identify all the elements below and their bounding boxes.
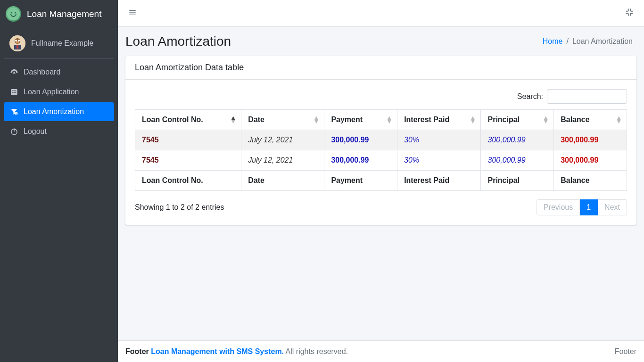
col-principal[interactable]: Principal ▲▼ bbox=[481, 110, 554, 130]
datatable-info: Showing 1 to 2 of 2 entries bbox=[135, 203, 224, 212]
cell-date: July 12, 2021 bbox=[241, 130, 324, 150]
foot-interest: Interest Paid bbox=[397, 171, 481, 191]
table-row: 7545 July 12, 2021 300,000.99 30% 300,00… bbox=[135, 150, 627, 171]
sort-icon: ▲▼ bbox=[386, 116, 392, 123]
breadcrumb: Home / Loan Amortization bbox=[543, 37, 633, 46]
svg-rect-11 bbox=[12, 90, 13, 91]
svg-rect-19 bbox=[129, 10, 136, 11]
footer-link[interactable]: Loan Management with SMS System. bbox=[151, 347, 284, 355]
footer-prefix: Footer bbox=[125, 347, 151, 355]
col-payment[interactable]: Payment ▲▼ bbox=[324, 110, 397, 130]
sort-icon: ▲▼ bbox=[543, 116, 549, 123]
svg-rect-12 bbox=[14, 90, 17, 91]
brand-logo-icon bbox=[6, 6, 21, 22]
card-title: Loan Amortization Data table bbox=[125, 56, 636, 80]
page-next[interactable]: Next bbox=[598, 199, 627, 215]
sort-icon: ▲▼ bbox=[616, 116, 622, 123]
breadcrumb-home[interactable]: Home bbox=[543, 37, 563, 46]
card-amortization: Loan Amortization Data table Search: Loa… bbox=[125, 56, 636, 225]
col-date[interactable]: Date ▲▼ bbox=[241, 110, 324, 130]
breadcrumb-current: Loan Amortization bbox=[572, 37, 633, 46]
brand[interactable]: Loan Management bbox=[0, 0, 118, 28]
tachometer-icon bbox=[9, 67, 19, 77]
sidebar-item-label: Logout bbox=[24, 127, 47, 136]
col-balance[interactable]: Balance ▲▼ bbox=[554, 110, 627, 130]
user-fullname: Fullname Example bbox=[31, 39, 94, 48]
footer: Footer Loan Management with SMS System. … bbox=[118, 340, 644, 362]
avatar bbox=[9, 35, 25, 51]
svg-point-1 bbox=[11, 12, 12, 13]
sidebar-item-label: Loan Application bbox=[24, 88, 79, 96]
cell-balance: 300,000.99 bbox=[554, 150, 627, 171]
col-interest[interactable]: Interest Paid ▲▼ bbox=[397, 110, 481, 130]
fullscreen-exit-icon[interactable] bbox=[622, 5, 636, 21]
foot-control: Loan Control No. bbox=[135, 171, 241, 191]
sort-icon: ▲▼ bbox=[230, 116, 236, 123]
content: Loan Amortization Home / Loan Amortizati… bbox=[118, 27, 644, 340]
svg-point-8 bbox=[15, 40, 17, 41]
svg-rect-13 bbox=[12, 92, 13, 93]
datatable-footer: Showing 1 to 2 of 2 entries Previous 1 N… bbox=[135, 199, 627, 215]
svg-point-9 bbox=[18, 40, 20, 41]
cell-payment: 300,000.99 bbox=[324, 130, 397, 150]
sidebar-item-label: Loan Amortization bbox=[24, 107, 84, 116]
sidebar-item-label: Dashboard bbox=[24, 68, 60, 76]
svg-rect-21 bbox=[129, 14, 136, 15]
datatable-search: Search: bbox=[135, 89, 627, 104]
cell-interest: 30% bbox=[397, 130, 481, 150]
table-row: 7545 July 12, 2021 300,000.99 30% 300,00… bbox=[135, 130, 627, 150]
user-panel[interactable]: Fullname Example bbox=[4, 28, 114, 59]
list-icon bbox=[9, 87, 19, 97]
search-input[interactable] bbox=[547, 89, 627, 104]
page-title: Loan Amortization bbox=[125, 34, 231, 49]
power-icon bbox=[9, 127, 19, 136]
footer-suffix: All rights reserved. bbox=[284, 347, 348, 355]
cell-interest: 30% bbox=[397, 150, 481, 171]
cell-balance: 300,000.99 bbox=[554, 130, 627, 150]
footer-right: Footer bbox=[615, 347, 636, 356]
svg-rect-7 bbox=[17, 45, 18, 49]
breadcrumb-separator: / bbox=[566, 37, 568, 46]
foot-balance: Balance bbox=[554, 171, 627, 191]
page-previous[interactable]: Previous bbox=[537, 199, 580, 215]
svg-point-0 bbox=[7, 8, 20, 21]
sidebar: Loan Management Fullname Example Dashboa… bbox=[0, 0, 118, 362]
sidebar-item-logout[interactable]: Logout bbox=[4, 122, 114, 141]
filter-dollar-icon: $ bbox=[9, 107, 19, 116]
sidebar-item-dashboard[interactable]: Dashboard bbox=[4, 63, 114, 82]
foot-payment: Payment bbox=[324, 171, 397, 191]
cell-payment: 300,000.99 bbox=[324, 150, 397, 171]
footer-left: Footer Loan Management with SMS System. … bbox=[125, 347, 348, 356]
sidebar-nav: Dashboard Loan Application $ Loan Amorti… bbox=[0, 59, 118, 146]
cell-principal: 300,000.99 bbox=[481, 150, 554, 171]
page-1[interactable]: 1 bbox=[580, 199, 598, 215]
sort-icon: ▲▼ bbox=[314, 116, 320, 123]
svg-point-2 bbox=[15, 12, 16, 13]
amortization-table: Loan Control No. ▲▼ Date ▲▼ Payment ▲▼ bbox=[135, 109, 627, 191]
sidebar-item-loan-application[interactable]: Loan Application bbox=[4, 82, 114, 101]
content-header: Loan Amortization Home / Loan Amortizati… bbox=[118, 27, 644, 56]
sort-icon: ▲▼ bbox=[470, 116, 476, 123]
col-loan-control[interactable]: Loan Control No. ▲▼ bbox=[135, 110, 241, 130]
pagination: Previous 1 Next bbox=[537, 199, 627, 215]
sidebar-item-loan-amortization[interactable]: $ Loan Amortization bbox=[4, 102, 114, 121]
svg-rect-14 bbox=[14, 92, 17, 93]
cell-principal: 300,000.99 bbox=[481, 130, 554, 150]
foot-principal: Principal bbox=[481, 171, 554, 191]
cell-control: 7545 bbox=[135, 130, 241, 150]
brand-name: Loan Management bbox=[27, 9, 101, 19]
cell-control: 7545 bbox=[135, 150, 241, 171]
svg-rect-20 bbox=[129, 12, 136, 13]
foot-date: Date bbox=[241, 171, 324, 191]
topbar bbox=[118, 0, 644, 27]
menu-toggle-icon[interactable] bbox=[125, 5, 140, 21]
cell-date: July 12, 2021 bbox=[241, 150, 324, 171]
search-label: Search: bbox=[517, 92, 543, 101]
